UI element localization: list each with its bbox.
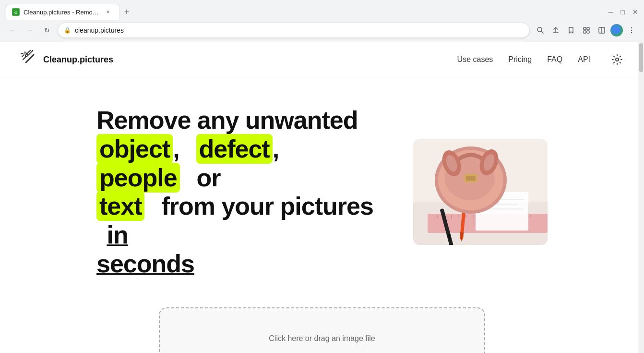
close-button[interactable]: ✕ xyxy=(632,8,638,16)
hero-product-image: YUZEFI PRODUCTS xyxy=(413,139,548,245)
profile-avatar[interactable] xyxy=(610,24,623,37)
svg-rect-6 xyxy=(584,31,586,33)
svg-line-15 xyxy=(22,55,24,57)
upload-dropzone[interactable]: Click here or drag an image file xyxy=(159,307,485,353)
hero-word-defect: defect xyxy=(196,134,273,164)
svg-line-3 xyxy=(542,32,544,34)
logo-text: Cleanup.pictures xyxy=(43,55,113,65)
tab-title: Cleanup.pictures - Remove objec xyxy=(24,9,100,16)
address-bar[interactable]: 🔒 cleanup.pictures xyxy=(58,23,530,38)
product-mockup: YUZEFI PRODUCTS xyxy=(413,139,548,245)
scrollbar-thumb[interactable] xyxy=(639,43,643,72)
browser-chrome: C Cleanup.pictures - Remove objec × + ─ … xyxy=(0,0,644,42)
svg-point-2 xyxy=(537,27,542,32)
svg-text:C: C xyxy=(14,11,17,15)
hero-word-object: object xyxy=(96,134,173,164)
forward-button[interactable]: → xyxy=(23,24,36,37)
hero-line1: Remove any unwanted xyxy=(96,106,358,134)
svg-rect-7 xyxy=(587,31,589,33)
hero-word-people: people xyxy=(96,163,180,193)
svg-rect-8 xyxy=(599,27,605,33)
tabs-bar: C Cleanup.pictures - Remove objec × + xyxy=(6,4,133,20)
svg-point-13 xyxy=(631,32,632,33)
svg-rect-4 xyxy=(584,27,586,30)
site-nav-links: Use cases Pricing FAQ API xyxy=(457,52,625,67)
menu-icon-button[interactable] xyxy=(625,24,638,37)
share-icon-button[interactable] xyxy=(549,24,562,37)
toolbar-icons xyxy=(534,24,638,37)
hero-title: Remove any unwanted object, defect, peop… xyxy=(96,106,375,279)
svg-point-12 xyxy=(631,30,632,31)
active-tab[interactable]: C Cleanup.pictures - Remove objec × xyxy=(6,4,120,20)
url-text: cleanup.pictures xyxy=(75,26,524,34)
new-tab-button[interactable]: + xyxy=(120,5,133,19)
page-content: Cleanup.pictures Use cases Pricing FAQ A… xyxy=(0,42,644,353)
hero-comma1: , xyxy=(173,135,179,163)
svg-rect-53 xyxy=(466,176,476,181)
site-logo[interactable]: Cleanup.pictures xyxy=(19,50,113,69)
nav-use-cases[interactable]: Use cases xyxy=(457,55,493,64)
hero-word-text: text xyxy=(96,191,144,221)
logo-icon xyxy=(19,50,38,69)
hero-text: Remove any unwanted object, defect, peop… xyxy=(96,106,375,279)
maximize-button[interactable]: □ xyxy=(621,8,625,16)
zoom-icon-button[interactable] xyxy=(534,24,547,37)
svg-point-11 xyxy=(631,27,632,28)
browser-title-bar: C Cleanup.pictures - Remove objec × + ─ … xyxy=(0,0,644,20)
nav-api[interactable]: API xyxy=(578,55,590,64)
extensions-icon-button[interactable] xyxy=(580,24,593,37)
upload-area-wrapper: Click here or drag an image file xyxy=(0,298,644,353)
site-navbar: Cleanup.pictures Use cases Pricing FAQ A… xyxy=(0,42,644,77)
sidebar-icon-button[interactable] xyxy=(595,24,608,37)
svg-rect-5 xyxy=(587,27,589,30)
browser-toolbar: ← → ↻ 🔒 cleanup.pictures xyxy=(0,20,644,42)
svg-point-10 xyxy=(613,26,620,34)
nav-faq[interactable]: FAQ xyxy=(547,55,562,64)
hero-in: in xyxy=(107,221,128,249)
svg-line-14 xyxy=(23,57,26,60)
bookmark-icon-button[interactable] xyxy=(564,24,578,37)
hero-or: or xyxy=(196,164,220,192)
minimize-button[interactable]: ─ xyxy=(608,8,613,16)
reload-button[interactable]: ↻ xyxy=(40,24,54,37)
nav-pricing[interactable]: Pricing xyxy=(508,55,532,64)
settings-icon-button[interactable] xyxy=(609,52,625,67)
lock-icon: 🔒 xyxy=(64,27,71,34)
hero-rest: from your pictures xyxy=(161,192,373,220)
tab-favicon: C xyxy=(12,8,20,16)
back-button[interactable]: ← xyxy=(6,24,19,37)
svg-point-21 xyxy=(616,58,619,61)
upload-prompt-text: Click here or drag an image file xyxy=(269,334,375,343)
hero-seconds: seconds xyxy=(96,250,194,278)
scrollbar[interactable] xyxy=(638,42,644,353)
hero-comma2: , xyxy=(273,135,279,163)
tab-close-button[interactable]: × xyxy=(104,8,112,16)
hero-section: Remove any unwanted object, defect, peop… xyxy=(34,77,610,298)
